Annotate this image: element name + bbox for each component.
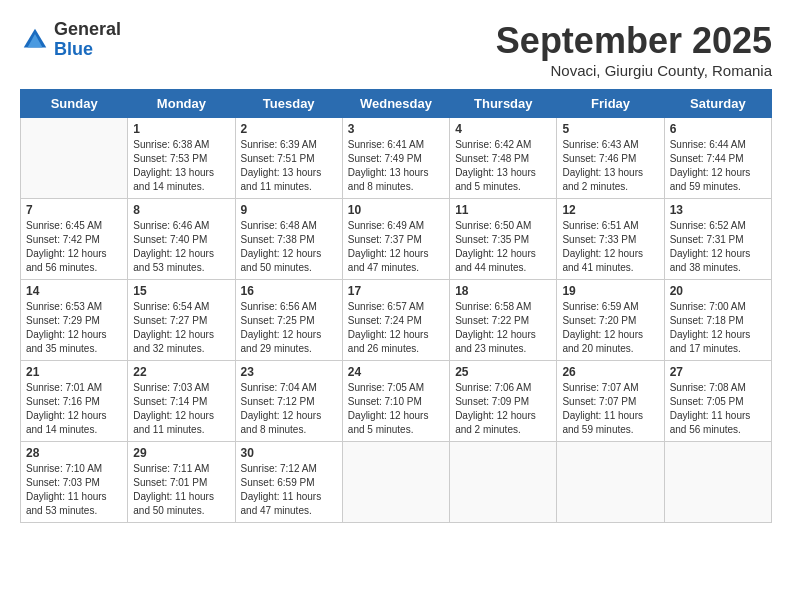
calendar-cell: 19Sunrise: 6:59 AM Sunset: 7:20 PM Dayli… xyxy=(557,280,664,361)
calendar-cell: 7Sunrise: 6:45 AM Sunset: 7:42 PM Daylig… xyxy=(21,199,128,280)
day-of-week-thursday: Thursday xyxy=(450,90,557,118)
calendar-cell: 2Sunrise: 6:39 AM Sunset: 7:51 PM Daylig… xyxy=(235,118,342,199)
calendar-header: SundayMondayTuesdayWednesdayThursdayFrid… xyxy=(21,90,772,118)
day-number: 12 xyxy=(562,203,658,217)
days-of-week-row: SundayMondayTuesdayWednesdayThursdayFrid… xyxy=(21,90,772,118)
day-of-week-wednesday: Wednesday xyxy=(342,90,449,118)
week-row-4: 21Sunrise: 7:01 AM Sunset: 7:16 PM Dayli… xyxy=(21,361,772,442)
day-info: Sunrise: 6:58 AM Sunset: 7:22 PM Dayligh… xyxy=(455,300,551,356)
day-number: 1 xyxy=(133,122,229,136)
calendar-cell: 4Sunrise: 6:42 AM Sunset: 7:48 PM Daylig… xyxy=(450,118,557,199)
calendar-cell: 3Sunrise: 6:41 AM Sunset: 7:49 PM Daylig… xyxy=(342,118,449,199)
day-info: Sunrise: 6:51 AM Sunset: 7:33 PM Dayligh… xyxy=(562,219,658,275)
week-row-3: 14Sunrise: 6:53 AM Sunset: 7:29 PM Dayli… xyxy=(21,280,772,361)
calendar-cell: 13Sunrise: 6:52 AM Sunset: 7:31 PM Dayli… xyxy=(664,199,771,280)
day-number: 25 xyxy=(455,365,551,379)
calendar-table: SundayMondayTuesdayWednesdayThursdayFrid… xyxy=(20,89,772,523)
calendar-cell: 5Sunrise: 6:43 AM Sunset: 7:46 PM Daylig… xyxy=(557,118,664,199)
day-number: 28 xyxy=(26,446,122,460)
calendar-cell: 26Sunrise: 7:07 AM Sunset: 7:07 PM Dayli… xyxy=(557,361,664,442)
calendar-cell: 20Sunrise: 7:00 AM Sunset: 7:18 PM Dayli… xyxy=(664,280,771,361)
logo: General Blue xyxy=(20,20,121,60)
calendar-cell xyxy=(450,442,557,523)
day-info: Sunrise: 7:11 AM Sunset: 7:01 PM Dayligh… xyxy=(133,462,229,518)
day-info: Sunrise: 6:59 AM Sunset: 7:20 PM Dayligh… xyxy=(562,300,658,356)
title-block: September 2025 Novaci, Giurgiu County, R… xyxy=(496,20,772,79)
day-number: 14 xyxy=(26,284,122,298)
calendar-cell: 25Sunrise: 7:06 AM Sunset: 7:09 PM Dayli… xyxy=(450,361,557,442)
day-info: Sunrise: 7:00 AM Sunset: 7:18 PM Dayligh… xyxy=(670,300,766,356)
day-info: Sunrise: 7:08 AM Sunset: 7:05 PM Dayligh… xyxy=(670,381,766,437)
day-info: Sunrise: 7:10 AM Sunset: 7:03 PM Dayligh… xyxy=(26,462,122,518)
day-number: 6 xyxy=(670,122,766,136)
calendar-cell: 22Sunrise: 7:03 AM Sunset: 7:14 PM Dayli… xyxy=(128,361,235,442)
day-info: Sunrise: 7:05 AM Sunset: 7:10 PM Dayligh… xyxy=(348,381,444,437)
calendar-cell: 12Sunrise: 6:51 AM Sunset: 7:33 PM Dayli… xyxy=(557,199,664,280)
day-info: Sunrise: 6:42 AM Sunset: 7:48 PM Dayligh… xyxy=(455,138,551,194)
day-number: 18 xyxy=(455,284,551,298)
calendar-cell: 17Sunrise: 6:57 AM Sunset: 7:24 PM Dayli… xyxy=(342,280,449,361)
calendar-cell xyxy=(557,442,664,523)
calendar-cell: 21Sunrise: 7:01 AM Sunset: 7:16 PM Dayli… xyxy=(21,361,128,442)
day-info: Sunrise: 6:44 AM Sunset: 7:44 PM Dayligh… xyxy=(670,138,766,194)
calendar-cell xyxy=(664,442,771,523)
day-info: Sunrise: 6:52 AM Sunset: 7:31 PM Dayligh… xyxy=(670,219,766,275)
day-info: Sunrise: 6:54 AM Sunset: 7:27 PM Dayligh… xyxy=(133,300,229,356)
calendar-cell: 10Sunrise: 6:49 AM Sunset: 7:37 PM Dayli… xyxy=(342,199,449,280)
logo-icon xyxy=(20,25,50,55)
calendar-cell xyxy=(21,118,128,199)
day-number: 3 xyxy=(348,122,444,136)
logo-general: General xyxy=(54,20,121,40)
calendar-cell: 28Sunrise: 7:10 AM Sunset: 7:03 PM Dayli… xyxy=(21,442,128,523)
calendar-cell: 8Sunrise: 6:46 AM Sunset: 7:40 PM Daylig… xyxy=(128,199,235,280)
day-number: 24 xyxy=(348,365,444,379)
day-number: 5 xyxy=(562,122,658,136)
calendar-cell: 29Sunrise: 7:11 AM Sunset: 7:01 PM Dayli… xyxy=(128,442,235,523)
logo-blue: Blue xyxy=(54,40,121,60)
calendar-cell: 15Sunrise: 6:54 AM Sunset: 7:27 PM Dayli… xyxy=(128,280,235,361)
calendar-cell: 27Sunrise: 7:08 AM Sunset: 7:05 PM Dayli… xyxy=(664,361,771,442)
day-info: Sunrise: 6:50 AM Sunset: 7:35 PM Dayligh… xyxy=(455,219,551,275)
day-info: Sunrise: 6:56 AM Sunset: 7:25 PM Dayligh… xyxy=(241,300,337,356)
day-number: 15 xyxy=(133,284,229,298)
day-number: 9 xyxy=(241,203,337,217)
calendar-cell: 18Sunrise: 6:58 AM Sunset: 7:22 PM Dayli… xyxy=(450,280,557,361)
location: Novaci, Giurgiu County, Romania xyxy=(496,62,772,79)
calendar-cell: 1Sunrise: 6:38 AM Sunset: 7:53 PM Daylig… xyxy=(128,118,235,199)
day-of-week-tuesday: Tuesday xyxy=(235,90,342,118)
day-info: Sunrise: 6:41 AM Sunset: 7:49 PM Dayligh… xyxy=(348,138,444,194)
day-number: 21 xyxy=(26,365,122,379)
week-row-1: 1Sunrise: 6:38 AM Sunset: 7:53 PM Daylig… xyxy=(21,118,772,199)
day-number: 16 xyxy=(241,284,337,298)
day-info: Sunrise: 7:12 AM Sunset: 6:59 PM Dayligh… xyxy=(241,462,337,518)
day-number: 20 xyxy=(670,284,766,298)
day-of-week-saturday: Saturday xyxy=(664,90,771,118)
day-number: 19 xyxy=(562,284,658,298)
day-number: 2 xyxy=(241,122,337,136)
day-info: Sunrise: 6:43 AM Sunset: 7:46 PM Dayligh… xyxy=(562,138,658,194)
day-info: Sunrise: 6:45 AM Sunset: 7:42 PM Dayligh… xyxy=(26,219,122,275)
day-number: 10 xyxy=(348,203,444,217)
day-number: 29 xyxy=(133,446,229,460)
day-info: Sunrise: 6:53 AM Sunset: 7:29 PM Dayligh… xyxy=(26,300,122,356)
day-info: Sunrise: 7:06 AM Sunset: 7:09 PM Dayligh… xyxy=(455,381,551,437)
month-title: September 2025 xyxy=(496,20,772,62)
day-number: 7 xyxy=(26,203,122,217)
calendar-cell: 24Sunrise: 7:05 AM Sunset: 7:10 PM Dayli… xyxy=(342,361,449,442)
day-of-week-friday: Friday xyxy=(557,90,664,118)
day-of-week-monday: Monday xyxy=(128,90,235,118)
day-info: Sunrise: 6:38 AM Sunset: 7:53 PM Dayligh… xyxy=(133,138,229,194)
calendar-cell: 11Sunrise: 6:50 AM Sunset: 7:35 PM Dayli… xyxy=(450,199,557,280)
calendar-cell: 23Sunrise: 7:04 AM Sunset: 7:12 PM Dayli… xyxy=(235,361,342,442)
day-info: Sunrise: 6:39 AM Sunset: 7:51 PM Dayligh… xyxy=(241,138,337,194)
day-info: Sunrise: 6:46 AM Sunset: 7:40 PM Dayligh… xyxy=(133,219,229,275)
calendar-cell xyxy=(342,442,449,523)
day-number: 8 xyxy=(133,203,229,217)
day-info: Sunrise: 6:57 AM Sunset: 7:24 PM Dayligh… xyxy=(348,300,444,356)
calendar-cell: 30Sunrise: 7:12 AM Sunset: 6:59 PM Dayli… xyxy=(235,442,342,523)
calendar-body: 1Sunrise: 6:38 AM Sunset: 7:53 PM Daylig… xyxy=(21,118,772,523)
calendar-cell: 14Sunrise: 6:53 AM Sunset: 7:29 PM Dayli… xyxy=(21,280,128,361)
day-number: 22 xyxy=(133,365,229,379)
calendar-cell: 6Sunrise: 6:44 AM Sunset: 7:44 PM Daylig… xyxy=(664,118,771,199)
day-info: Sunrise: 6:49 AM Sunset: 7:37 PM Dayligh… xyxy=(348,219,444,275)
